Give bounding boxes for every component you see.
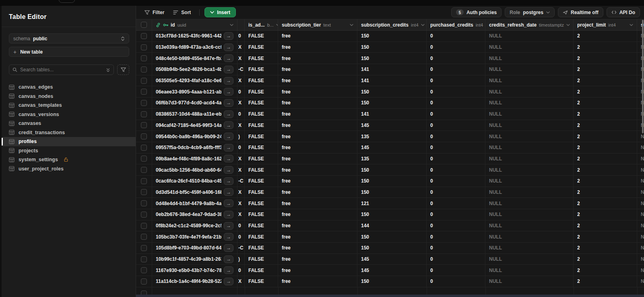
cell-truncated[interactable]: ) xyxy=(237,131,245,142)
cell-project-limit[interactable]: 2 xyxy=(574,187,637,198)
row-checkbox[interactable] xyxy=(141,66,147,73)
cell-is-admin[interactable]: FALSE xyxy=(245,53,278,64)
cell-subscription-credits[interactable]: 141 xyxy=(357,64,427,75)
cell-subscription-tier[interactable]: free xyxy=(278,53,357,64)
cell-purchased-credits[interactable]: 0 xyxy=(427,120,485,131)
cell-id[interactable]: 063505e5-4293-4faf-a18c-0e65b...→ xyxy=(152,75,237,86)
cell-subscription-credits[interactable]: 135 xyxy=(357,131,427,142)
cell-subscription-credits[interactable]: 150 xyxy=(357,176,427,187)
cell-subscription-tier[interactable]: free xyxy=(278,42,357,53)
expand-row-button[interactable]: → xyxy=(224,166,233,174)
cell-su[interactable]: N xyxy=(637,187,644,198)
cell-id[interactable]: 0d3d541d-bf5c-459f-a406-16b93...→ xyxy=(152,187,237,198)
row-checkbox[interactable] xyxy=(141,267,147,273)
cell-project-limit[interactable]: 2 xyxy=(574,120,637,131)
cell-purchased-credits[interactable]: 0 xyxy=(427,131,485,142)
auth-policies-button[interactable]: 5 Auth policies xyxy=(451,7,502,17)
sidebar-item-projects[interactable]: projects xyxy=(2,146,136,156)
row-checkbox[interactable] xyxy=(141,44,147,50)
cell-purchased-credits[interactable]: 0 xyxy=(427,254,485,265)
cell-su[interactable]: N xyxy=(637,209,644,220)
cell-is-admin[interactable]: FALSE xyxy=(245,265,278,276)
cell-credits-refresh-date[interactable]: NULL xyxy=(485,109,574,120)
cell-id[interactable]: 09b8ae4e-f48c-4f89-8a8c-1629b...→ xyxy=(152,154,237,164)
row-checkbox[interactable] xyxy=(141,111,147,117)
row-checkbox[interactable] xyxy=(141,291,147,295)
cell-id[interactable]: 094caf42-7185-4e45-99f3-14abee...→ xyxy=(152,120,237,131)
cell-subscription-tier[interactable]: free xyxy=(278,276,357,287)
cell-truncated[interactable]: -C xyxy=(237,64,245,75)
cell-purchased-credits[interactable]: 0 xyxy=(427,209,485,220)
cell-project-limit[interactable]: 2 xyxy=(574,265,637,276)
cell-is-admin[interactable]: FALSE xyxy=(245,276,278,287)
cell-id[interactable]: 0d48e4d4-b1bf-4479-9a8b-4a4b...→ xyxy=(152,198,237,209)
cell-subscription-tier[interactable]: free xyxy=(278,75,357,86)
column-header-subscription-tier[interactable]: subscription_tier text xyxy=(278,19,357,30)
cell-truncated[interactable]: X xyxy=(237,120,245,131)
cell-truncated[interactable]: 0 xyxy=(237,86,245,97)
cell-project-limit[interactable]: 2 xyxy=(574,220,637,231)
cell-is-admin[interactable]: FALSE xyxy=(245,98,278,108)
cell-purchased-credits[interactable]: 0 xyxy=(427,42,485,53)
cell-truncated[interactable]: 0 xyxy=(237,109,245,120)
expand-row-button[interactable]: → xyxy=(224,121,233,129)
cell-truncated[interactable]: 0 xyxy=(237,142,245,153)
expand-row-button[interactable]: → xyxy=(224,88,233,96)
cell-subscription-tier[interactable]: free xyxy=(278,243,357,253)
row-checkbox[interactable] xyxy=(141,122,147,128)
filter-tables-button[interactable] xyxy=(117,64,129,75)
cell-id[interactable]: 10b99c1f-4857-4c39-a8b1-263b8...→ xyxy=(152,254,237,265)
cell-project-limit[interactable]: 2 xyxy=(574,31,637,42)
cell-project-limit[interactable]: 2 xyxy=(574,53,637,64)
sidebar-item-canvases[interactable]: canvases xyxy=(2,119,136,128)
realtime-button[interactable]: Realtime off xyxy=(558,7,603,17)
cell-purchased-credits[interactable]: 0 xyxy=(427,243,485,253)
role-select-button[interactable]: Role postgres xyxy=(505,7,555,17)
cell-is-admin[interactable]: FALSE xyxy=(245,120,278,131)
cell-purchased-credits[interactable]: 0 xyxy=(427,86,485,97)
cell-su[interactable]: N xyxy=(637,176,644,187)
cell-credits-refresh-date[interactable]: NULL xyxy=(485,154,574,164)
row-checkbox[interactable] xyxy=(141,167,147,173)
cell-subscription-tier[interactable]: free xyxy=(278,154,357,164)
cell-id[interactable]: 09544b0c-ba9b-496a-9b09-244...→ xyxy=(152,131,237,142)
cell-project-limit[interactable]: 2 xyxy=(574,176,637,187)
row-checkbox[interactable] xyxy=(141,133,147,139)
cell-id[interactable]: 013cf78d-1625-43fc-9961-442189...→ xyxy=(152,31,237,42)
cell-su[interactable]: N xyxy=(637,198,644,209)
cell-credits-refresh-date[interactable]: NULL xyxy=(485,231,574,242)
cell-project-limit[interactable]: 2 xyxy=(574,276,637,287)
new-table-button[interactable]: + New table xyxy=(9,47,129,57)
cell-is-admin[interactable]: FALSE xyxy=(245,42,278,53)
cell-truncated[interactable]: X xyxy=(237,198,245,209)
cell-su[interactable]: N xyxy=(637,265,644,276)
cell-id[interactable]: 09557f5a-0dcb-4cb9-a6fb-fff366...→ xyxy=(152,142,237,153)
cell-su[interactable]: N xyxy=(637,154,644,164)
row-checkbox[interactable] xyxy=(141,189,147,195)
cell-subscription-credits[interactable]: 135 xyxy=(357,154,427,164)
cell-credits-refresh-date[interactable]: NULL xyxy=(485,75,574,86)
cell-subscription-credits[interactable]: 145 xyxy=(357,254,427,265)
search-tables-input[interactable]: Search tables... xyxy=(9,64,114,75)
cell-project-limit[interactable]: 2 xyxy=(574,98,637,108)
cell-project-limit[interactable]: 2 xyxy=(574,131,637,142)
cell-su[interactable]: N xyxy=(637,220,644,231)
cell-is-admin[interactable]: FALSE xyxy=(245,243,278,253)
expand-row-button[interactable]: → xyxy=(224,255,233,263)
cell-subscription-tier[interactable]: free xyxy=(278,86,357,97)
cell-subscription-tier[interactable]: free xyxy=(278,176,357,187)
cell-credits-refresh-date[interactable]: NULL xyxy=(485,120,574,131)
cell-truncated[interactable]: -C xyxy=(237,176,245,187)
column-header-purchased-credits[interactable]: purchased_credits int4 xyxy=(427,19,485,30)
cell-id[interactable]: 06eaee33-8905-4aaa-b121-ab552...→ xyxy=(152,86,237,97)
cell-su[interactable]: N xyxy=(637,243,644,253)
cell-credits-refresh-date[interactable]: NULL xyxy=(485,53,574,64)
cell-project-limit[interactable]: 2 xyxy=(574,42,637,53)
cell-credits-refresh-date[interactable]: NULL xyxy=(485,198,574,209)
cell-purchased-credits[interactable]: 0 xyxy=(427,75,485,86)
cell-subscription-credits[interactable]: 150 xyxy=(357,209,427,220)
cell-is-admin[interactable]: FALSE xyxy=(245,131,278,142)
expand-row-button[interactable]: → xyxy=(224,32,233,40)
row-checkbox[interactable] xyxy=(141,78,147,84)
cell-truncated[interactable]: 0 xyxy=(237,220,245,231)
